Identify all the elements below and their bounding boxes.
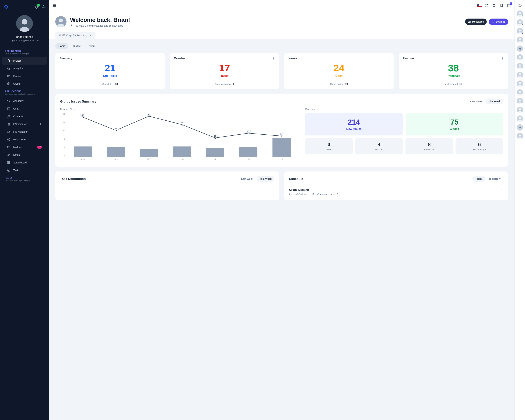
- svg-point-57: [519, 82, 521, 84]
- seg-tomorrow[interactable]: Tomorrow: [486, 176, 503, 182]
- menu-toggle-icon[interactable]: [53, 3, 57, 8]
- notifications-badge: 3: [37, 4, 40, 7]
- messages-button[interactable]: Messages: [465, 19, 487, 25]
- columns-icon: [7, 161, 10, 164]
- more-icon[interactable]: [501, 57, 504, 60]
- sidebar-item-analytics[interactable]: Analytics: [2, 65, 47, 72]
- svg-point-67: [519, 134, 521, 137]
- svg-point-36: [181, 124, 183, 125]
- more-icon[interactable]: [158, 57, 161, 60]
- svg-point-16: [8, 169, 10, 172]
- svg-point-65: [519, 117, 521, 119]
- sidebar-user-card: Brian Hughes hughes.brian@company.com: [0, 11, 49, 47]
- svg-point-37: [215, 137, 216, 139]
- sidebar-item-finance[interactable]: Finance: [2, 72, 47, 80]
- sidebar-item-academy[interactable]: Academy: [2, 97, 47, 105]
- nav-badge: 27: [37, 146, 42, 149]
- more-icon[interactable]: [272, 57, 275, 60]
- chart-pie-icon: [7, 67, 10, 70]
- contact-avatar[interactable]: [517, 133, 523, 139]
- nav-group-title: DASHBOARDS: [0, 50, 49, 52]
- svg-point-39: [281, 135, 282, 137]
- contact-avatar[interactable]: [517, 89, 523, 95]
- academic-icon: [7, 99, 10, 103]
- svg-point-4: [8, 76, 9, 76]
- contact-avatar[interactable]: [517, 81, 523, 87]
- seg-today[interactable]: Today: [472, 176, 485, 182]
- contact-avatar[interactable]: [517, 72, 523, 78]
- stat-re-opened: 8 Re-opened: [405, 138, 453, 154]
- svg-point-63: [519, 108, 521, 110]
- inbox-icon[interactable]: 5: [507, 3, 511, 8]
- sidebar-item-mailbox[interactable]: Mailbox 27: [2, 143, 47, 151]
- sidebar-item-chat[interactable]: Chat: [2, 105, 47, 112]
- contact-avatar[interactable]: M: [517, 124, 523, 131]
- seg-last-week[interactable]: Last Week: [467, 99, 485, 104]
- sidebar-item-label: Finance: [13, 75, 22, 77]
- sidebar: 3 Brian Hughes hughes.brian@company.com …: [0, 0, 49, 420]
- svg-point-35: [148, 115, 150, 117]
- chat-icon[interactable]: [518, 3, 522, 7]
- nav-group-sub: Custom made application designs: [0, 93, 49, 97]
- svg-point-27: [388, 57, 388, 58]
- sidebar-item-notes[interactable]: Notes: [2, 151, 47, 159]
- contact-avatar[interactable]: M: [517, 46, 523, 52]
- svg-point-21: [159, 57, 159, 58]
- location-icon: [311, 193, 314, 196]
- notifications-icon[interactable]: 3: [35, 5, 38, 9]
- seg-this-week[interactable]: This Week: [257, 176, 274, 182]
- project-selector[interactable]: ACME Corp. Backend App: [55, 32, 95, 39]
- nav-group-sub: Unique dashboard designs: [0, 52, 49, 57]
- sidebar-item-label: Tasks: [13, 169, 19, 172]
- svg-point-33: [82, 116, 84, 118]
- more-icon[interactable]: [386, 57, 390, 60]
- sidebar-item-crypto[interactable]: Crypto: [2, 80, 47, 88]
- search-icon[interactable]: [492, 3, 496, 8]
- sidebar-item-contacts[interactable]: Contacts: [2, 112, 47, 120]
- sidebar-item-label: Notes: [13, 153, 20, 156]
- contact-avatar[interactable]: [517, 19, 523, 26]
- tab-budget[interactable]: Budget: [70, 43, 84, 49]
- svg-point-26: [273, 59, 274, 60]
- contact-avatar[interactable]: [517, 54, 523, 61]
- contact-avatar[interactable]: [517, 107, 523, 113]
- sidebar-item-scrumboard[interactable]: Scrumboard: [2, 159, 47, 167]
- sidebar-item-ecommerce[interactable]: ECommerce: [2, 120, 47, 128]
- contact-avatar[interactable]: [517, 115, 523, 122]
- sidebar-item-label: Analytics: [13, 67, 23, 70]
- sidebar-item-file-manager[interactable]: File Manager: [2, 128, 47, 136]
- svg-rect-14: [8, 161, 9, 164]
- language-flag-icon[interactable]: [478, 3, 482, 8]
- chevron-right-icon: [39, 123, 42, 125]
- sidebar-item-tasks[interactable]: Tasks: [2, 167, 47, 174]
- sidebar-item-project[interactable]: Project: [2, 57, 47, 65]
- contact-avatar[interactable]: [517, 10, 523, 17]
- sidebar-item-help-center[interactable]: Help Center: [2, 136, 47, 143]
- sidebar-item-label: File Manager: [13, 130, 28, 133]
- fullscreen-icon[interactable]: [485, 3, 489, 8]
- seg-this-week[interactable]: This Week: [486, 99, 503, 104]
- app-logo: [3, 4, 9, 9]
- nav-group-sub: Custom made page designs: [0, 179, 49, 184]
- svg-point-61: [519, 99, 521, 102]
- contact-avatar[interactable]: [517, 63, 523, 69]
- svg-point-7: [9, 115, 10, 116]
- tab-home[interactable]: Home: [55, 43, 68, 49]
- clock-icon: [289, 193, 292, 196]
- seg-last-week[interactable]: Last Week: [238, 176, 256, 182]
- inbox-badge: 5: [510, 2, 512, 5]
- contact-avatar[interactable]: [517, 28, 523, 34]
- svg-point-2: [22, 19, 27, 25]
- svg-point-25: [273, 58, 274, 59]
- tab-team[interactable]: Team: [86, 43, 99, 49]
- svg-point-0: [43, 6, 44, 7]
- svg-point-31: [502, 58, 503, 59]
- bookmark-icon[interactable]: [499, 3, 504, 8]
- user-status-icon[interactable]: [42, 5, 46, 9]
- svg-rect-15: [9, 161, 10, 164]
- contact-avatar[interactable]: [517, 98, 523, 104]
- chevron-right-icon[interactable]: [500, 189, 503, 192]
- settings-button[interactable]: Settings: [489, 19, 508, 25]
- mail-icon: [468, 20, 471, 23]
- contact-avatar[interactable]: [517, 37, 523, 43]
